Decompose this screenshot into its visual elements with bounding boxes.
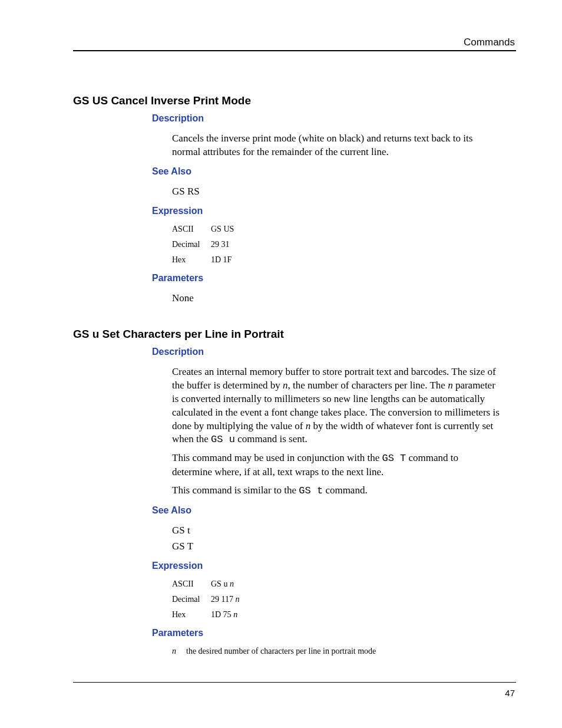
- text: This command is similar to the: [172, 485, 299, 496]
- command-gs-u: GS u Set Characters per Line in Portrait…: [73, 328, 503, 656]
- description-p2: This command may be used in conjunction …: [172, 452, 500, 479]
- see-also-item: GS t: [172, 524, 500, 538]
- expression-table: ASCII GS US Decimal 29 31 Hex 1D 1F: [172, 225, 503, 265]
- parameters-none: None: [172, 292, 500, 305]
- header-rule: [73, 50, 516, 51]
- see-also-item: GS T: [172, 540, 500, 554]
- expression-value: GS u n: [211, 579, 234, 589]
- heading-description: Description: [152, 347, 503, 357]
- heading-see-also: See Also: [152, 166, 503, 177]
- text: This command may be used in conjunction …: [172, 452, 382, 463]
- description-p3: This command is similar to the GS t comm…: [172, 484, 500, 498]
- param-n: n: [448, 380, 453, 391]
- expression-value: 1D 75 n: [211, 610, 237, 620]
- expression-row-ascii: ASCII GS u n: [172, 579, 503, 589]
- expression-table: ASCII GS u n Decimal 29 117 n Hex 1D 75 …: [172, 579, 503, 620]
- description-p1: Cancels the inverse print mode (white on…: [172, 132, 500, 159]
- parameter-name: n: [172, 647, 186, 656]
- expression-row-decimal: Decimal 29 117 n: [172, 595, 503, 604]
- see-also-body: GS t GS T: [172, 524, 500, 554]
- description-body: Creates an internal memory buffer to sto…: [172, 365, 500, 498]
- param-n: n: [306, 420, 311, 431]
- expression-label: Hex: [172, 255, 211, 265]
- heading-description: Description: [152, 113, 503, 124]
- text: , the number of characters per line. The: [288, 380, 448, 391]
- page-number: 47: [505, 688, 515, 698]
- command-title: GS u Set Characters per Line in Portrait: [73, 328, 503, 341]
- see-also-body: GS RS: [172, 185, 500, 199]
- description-p1: Creates an internal memory buffer to sto…: [172, 365, 500, 447]
- header-section: Commands: [73, 37, 515, 48]
- expression-row-ascii: ASCII GS US: [172, 225, 503, 234]
- expression-row-hex: Hex 1D 1F: [172, 255, 503, 265]
- param-n: n: [283, 380, 288, 391]
- expression-value: 29 31: [211, 240, 230, 249]
- parameters-body: None: [172, 292, 500, 305]
- expression-row-decimal: Decimal 29 31: [172, 240, 503, 249]
- text: command.: [323, 485, 368, 496]
- footer-rule: [73, 682, 516, 683]
- heading-parameters: Parameters: [152, 628, 503, 638]
- heading-see-also: See Also: [152, 505, 503, 516]
- description-body: Cancels the inverse print mode (white on…: [172, 132, 500, 159]
- heading-expression: Expression: [152, 206, 503, 216]
- text: command is sent.: [235, 433, 308, 444]
- param-n: n: [235, 595, 239, 604]
- see-also-item: GS RS: [172, 185, 500, 199]
- expression-label: Decimal: [172, 595, 211, 604]
- expression-label: ASCII: [172, 225, 211, 234]
- expression-value: 29 117 n: [211, 595, 239, 604]
- code-gs-u: GS u: [211, 434, 235, 445]
- expression-label: Decimal: [172, 240, 211, 249]
- parameter-row: n the desired number of characters per l…: [172, 647, 503, 656]
- code-gs-t-lower: GS t: [299, 485, 323, 496]
- page-content: GS US Cancel Inverse Print Mode Descript…: [73, 94, 503, 678]
- param-n: n: [230, 579, 234, 588]
- command-gs-us: GS US Cancel Inverse Print Mode Descript…: [73, 94, 503, 305]
- expression-row-hex: Hex 1D 75 n: [172, 610, 503, 620]
- command-title: GS US Cancel Inverse Print Mode: [73, 94, 503, 107]
- expression-value: GS US: [211, 225, 234, 234]
- heading-expression: Expression: [152, 561, 503, 571]
- expression-value: 1D 1F: [211, 255, 232, 265]
- expression-label: ASCII: [172, 579, 211, 589]
- code-gs-t-upper: GS T: [382, 453, 406, 464]
- parameter-desc: the desired number of characters per lin…: [186, 647, 376, 656]
- expression-label: Hex: [172, 610, 211, 620]
- param-n: n: [233, 610, 237, 619]
- heading-parameters: Parameters: [152, 273, 503, 284]
